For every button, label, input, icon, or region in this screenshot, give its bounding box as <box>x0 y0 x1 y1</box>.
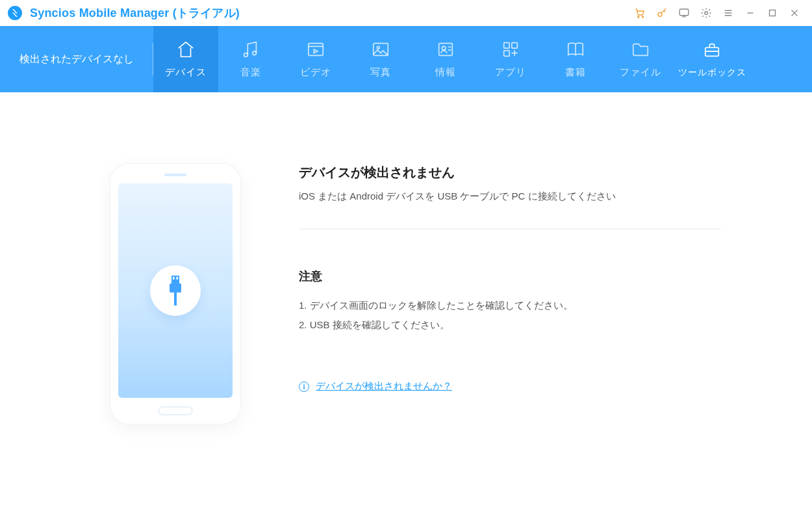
tab-book[interactable]: 書籍 <box>543 26 608 92</box>
tab-label: ファイル <box>620 66 661 79</box>
book-icon <box>566 40 585 61</box>
svg-rect-13 <box>504 43 509 48</box>
tab-info[interactable]: 情報 <box>413 26 478 92</box>
notice-line: 2. USB 接続を確認してください。 <box>299 315 721 335</box>
tab-label: 音楽 <box>240 66 261 79</box>
svg-rect-8 <box>309 44 324 56</box>
svg-point-1 <box>642 16 643 18</box>
notice-heading: 注意 <box>299 268 721 284</box>
tab-file[interactable]: ファイル <box>608 26 673 92</box>
settings-icon[interactable] <box>695 2 717 24</box>
svg-rect-17 <box>171 276 179 283</box>
svg-point-2 <box>658 12 662 16</box>
maximize-button[interactable] <box>761 2 783 24</box>
svg-point-12 <box>442 46 446 50</box>
apps-icon <box>501 40 520 61</box>
tab-label: 写真 <box>370 66 391 79</box>
svg-point-0 <box>638 16 639 18</box>
music-icon <box>241 40 260 61</box>
svg-rect-18 <box>173 277 175 280</box>
feedback-icon[interactable] <box>673 2 695 24</box>
contact-icon <box>436 40 455 61</box>
tab-label: ツールボックス <box>678 67 746 78</box>
svg-point-10 <box>377 46 379 49</box>
divider <box>299 229 721 229</box>
app-logo <box>8 6 22 20</box>
svg-rect-19 <box>177 277 179 280</box>
toolbox-icon <box>702 40 722 62</box>
photo-icon <box>371 40 390 61</box>
svg-point-6 <box>244 53 248 57</box>
svg-rect-5 <box>770 10 776 16</box>
tab-app[interactable]: アプリ <box>478 26 543 92</box>
svg-rect-14 <box>512 43 517 48</box>
notice-line: 1. デバイス画面のロックを解除したことを確認してください。 <box>299 296 721 315</box>
cart-icon[interactable] <box>629 2 651 24</box>
usb-plug-icon <box>150 265 201 316</box>
tab-toolbox[interactable]: ツールボックス <box>673 26 751 92</box>
svg-point-7 <box>253 51 257 55</box>
info-icon: i <box>299 382 309 392</box>
svg-rect-21 <box>174 292 177 306</box>
svg-rect-3 <box>679 9 689 16</box>
svg-rect-16 <box>705 47 719 56</box>
tab-photo[interactable]: 写真 <box>348 26 413 92</box>
tab-label: 情報 <box>435 66 456 79</box>
menu-icon[interactable] <box>717 2 739 24</box>
tab-music[interactable]: 音楽 <box>218 26 283 92</box>
help-link[interactable]: デバイスが検出されませんか？ <box>316 380 452 393</box>
tab-label: ビデオ <box>300 66 331 79</box>
nav-tabs: デバイス 音楽 ビデオ 写真 情報 アプリ 書籍 ファイル <box>153 26 812 92</box>
device-status: 検出されたデバイスなし <box>0 26 153 92</box>
home-icon <box>176 40 196 61</box>
app-title: Syncios Mobile Manager (トライアル) <box>30 5 240 21</box>
key-icon[interactable] <box>651 2 673 24</box>
tab-device[interactable]: デバイス <box>153 26 218 92</box>
svg-rect-20 <box>170 283 181 292</box>
tab-label: 書籍 <box>565 66 586 79</box>
tab-label: デバイス <box>165 66 207 79</box>
folder-icon <box>631 40 650 61</box>
svg-point-4 <box>705 12 708 15</box>
phone-illustration <box>110 164 240 424</box>
video-icon <box>306 40 325 61</box>
minimize-button[interactable] <box>739 2 761 24</box>
close-button[interactable] <box>783 2 806 24</box>
no-device-heading: デバイスが検出されません <box>299 164 721 181</box>
no-device-subtext: iOS または Android デバイスを USB ケーブルで PC に接続して… <box>299 190 721 203</box>
main-nav: 検出されたデバイスなし デバイス 音楽 ビデオ 写真 情報 アプリ <box>0 26 812 92</box>
svg-rect-15 <box>504 51 509 56</box>
tab-video[interactable]: ビデオ <box>283 26 348 92</box>
titlebar: Syncios Mobile Manager (トライアル) <box>0 0 812 26</box>
content-area: デバイスが検出されません iOS または Android デバイスを USB ケ… <box>0 92 812 424</box>
tab-label: アプリ <box>495 66 526 79</box>
